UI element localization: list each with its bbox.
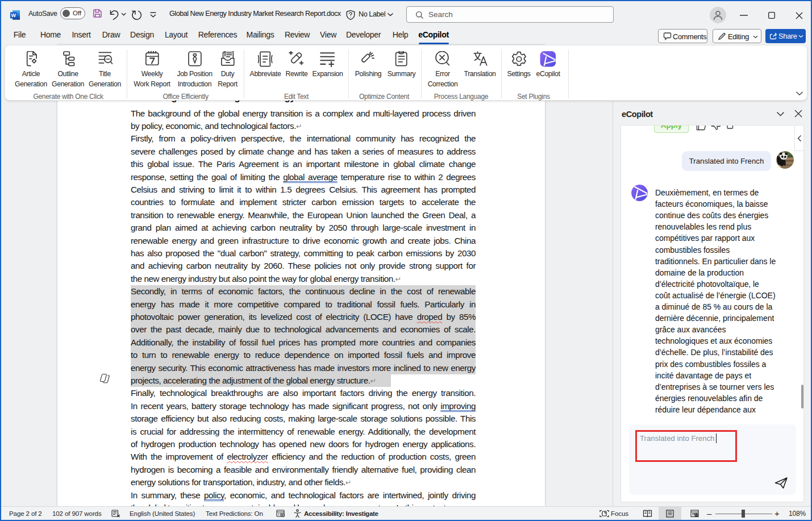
svg-text:W: W: [11, 12, 16, 18]
